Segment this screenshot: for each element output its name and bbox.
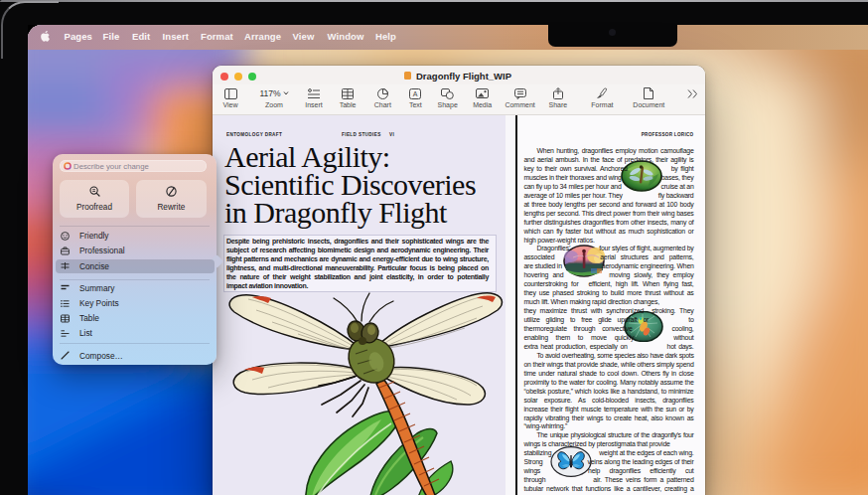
svg-text:A: A xyxy=(413,90,418,97)
